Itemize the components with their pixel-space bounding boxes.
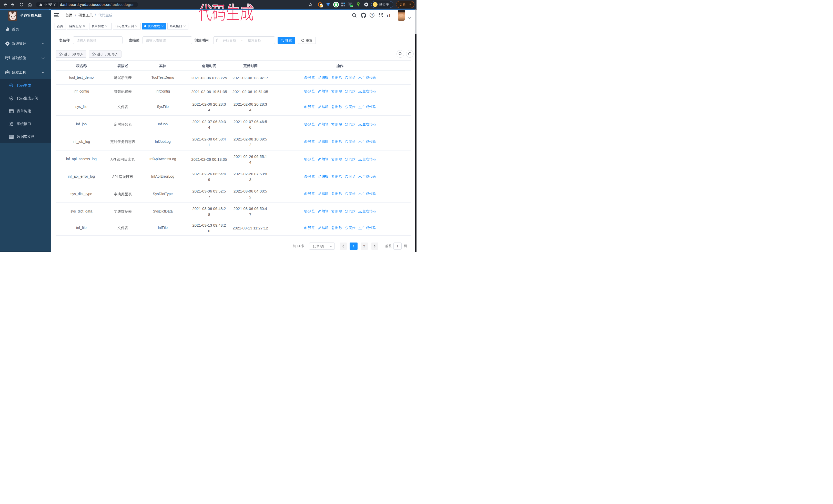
svg-text:on: on: [350, 5, 353, 7]
svg-text:?: ?: [371, 14, 373, 17]
